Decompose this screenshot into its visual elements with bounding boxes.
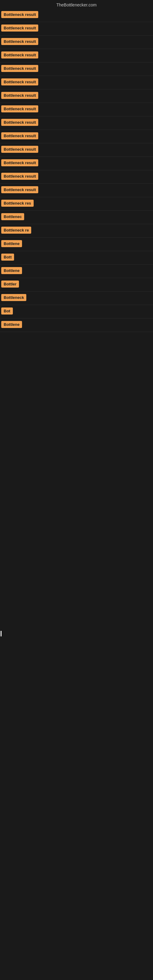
bottleneck-result-tag[interactable]: Bottleneck bbox=[1, 294, 26, 301]
result-row[interactable]: Bottleneck result bbox=[0, 35, 153, 49]
bottleneck-result-tag[interactable]: Bottleneck result bbox=[1, 132, 38, 139]
bottleneck-result-tag[interactable]: Bottleneck result bbox=[1, 92, 38, 99]
bottleneck-result-tag[interactable]: Bott bbox=[1, 254, 14, 261]
site-title: TheBottlenecker.com bbox=[56, 2, 97, 7]
result-row[interactable]: Bottler bbox=[0, 278, 153, 291]
bottleneck-result-tag[interactable]: Bottlenec bbox=[1, 213, 24, 220]
result-row[interactable]: Bott bbox=[0, 251, 153, 265]
cursor-indicator bbox=[1, 631, 2, 636]
result-row[interactable]: Bottleneck result bbox=[0, 9, 153, 22]
bottleneck-result-tag[interactable]: Bottleneck result bbox=[1, 51, 38, 59]
bottleneck-result-tag[interactable]: Bottleneck result bbox=[1, 65, 38, 72]
bottleneck-result-tag[interactable]: Bottlene bbox=[1, 321, 22, 328]
bottleneck-result-tag[interactable]: Bottleneck result bbox=[1, 186, 38, 193]
result-row[interactable]: Bottleneck result bbox=[0, 49, 153, 62]
result-row[interactable]: Bottleneck result bbox=[0, 130, 153, 143]
result-row[interactable]: Bottleneck result bbox=[0, 62, 153, 76]
result-row[interactable]: Bottlene bbox=[0, 318, 153, 332]
results-list: Bottleneck resultBottleneck resultBottle… bbox=[0, 9, 153, 332]
bottleneck-result-tag[interactable]: Bottleneck result bbox=[1, 119, 38, 126]
trailing-space bbox=[0, 516, 153, 700]
bottleneck-result-tag[interactable]: Bottleneck result bbox=[1, 159, 38, 166]
bottleneck-result-tag[interactable]: Bottleneck re bbox=[1, 227, 31, 234]
empty-space bbox=[0, 332, 153, 516]
result-row[interactable]: Bottleneck result bbox=[0, 89, 153, 103]
result-row[interactable]: Bottlenec bbox=[0, 211, 153, 224]
result-row[interactable]: Bottleneck result bbox=[0, 157, 153, 170]
bottleneck-result-tag[interactable]: Bottlene bbox=[1, 240, 22, 247]
bottleneck-result-tag[interactable]: Bottleneck result bbox=[1, 24, 38, 32]
result-row[interactable]: Bottleneck result bbox=[0, 116, 153, 130]
bottleneck-result-tag[interactable]: Bottleneck result bbox=[1, 173, 38, 180]
result-row[interactable]: Bottleneck result bbox=[0, 76, 153, 89]
bottleneck-result-tag[interactable]: Bottleneck result bbox=[1, 38, 38, 45]
bottleneck-result-tag[interactable]: Bottler bbox=[1, 280, 19, 288]
result-row[interactable]: Bottlene bbox=[0, 238, 153, 251]
result-row[interactable]: Bottleneck result bbox=[0, 184, 153, 197]
bottleneck-result-tag[interactable]: Bottleneck res bbox=[1, 200, 33, 207]
result-row[interactable]: Bottlene bbox=[0, 265, 153, 278]
result-row[interactable]: Bottleneck re bbox=[0, 224, 153, 238]
result-row[interactable]: Bottleneck result bbox=[0, 22, 153, 35]
bottleneck-result-tag[interactable]: Bottlene bbox=[1, 267, 22, 274]
bottleneck-result-tag[interactable]: Bottleneck result bbox=[1, 146, 38, 153]
result-row[interactable]: Bottleneck result bbox=[0, 170, 153, 184]
bottleneck-result-tag[interactable]: Bottleneck result bbox=[1, 78, 38, 86]
bottleneck-result-tag[interactable]: Bot bbox=[1, 307, 13, 315]
result-row[interactable]: Bottleneck bbox=[0, 291, 153, 305]
bottleneck-result-tag[interactable]: Bottleneck result bbox=[1, 105, 38, 112]
result-row[interactable]: Bottleneck res bbox=[0, 197, 153, 211]
result-row[interactable]: Bottleneck result bbox=[0, 143, 153, 157]
bottleneck-result-tag[interactable]: Bottleneck result bbox=[1, 11, 38, 18]
site-header: TheBottlenecker.com bbox=[0, 0, 153, 9]
result-row[interactable]: Bottleneck result bbox=[0, 103, 153, 116]
result-row[interactable]: Bot bbox=[0, 305, 153, 318]
